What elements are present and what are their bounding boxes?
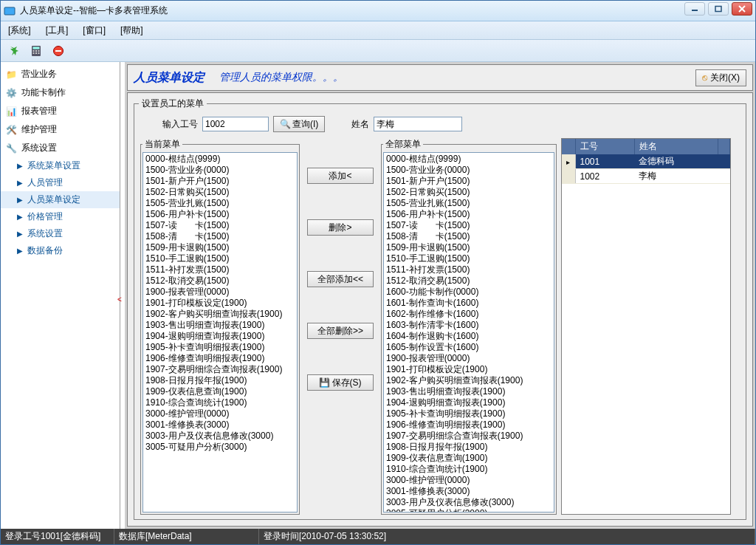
list-item[interactable]: 3001-维修换表(3000) — [385, 486, 553, 497]
list-item[interactable]: 3003-用户及仪表信息修改(3000) — [144, 431, 296, 442]
list-item[interactable]: 1904-退购明细查询报表(1900) — [385, 397, 553, 408]
list-item[interactable]: 3005-可疑用户分析(3000) — [385, 508, 553, 513]
list-item[interactable]: 1910-综合查询统计(1900) — [385, 464, 553, 475]
list-item[interactable]: 1500-营业业务(0000) — [144, 165, 296, 176]
list-item[interactable]: 3000-维护管理(0000) — [385, 475, 553, 486]
list-item[interactable]: 1910-综合查询统计(1900) — [144, 397, 296, 408]
all-menu-list[interactable]: 0000-根结点(9999)1500-营业业务(0000)1501-新户开户(1… — [383, 152, 554, 513]
nav-sub-staffmenu[interactable]: ▶人员菜单设定 — [1, 191, 120, 208]
list-item[interactable]: 1901-打印模板设定(1900) — [144, 298, 296, 309]
list-item[interactable]: 1507-读 卡(1500) — [385, 220, 553, 231]
list-item[interactable]: 1505-营业扎账(1500) — [385, 198, 553, 209]
remove-button[interactable]: 删除> — [307, 219, 374, 236]
remove-all-button[interactable]: 全部删除>> — [307, 323, 374, 339]
nav-sub-syscfg[interactable]: ▶系统设置 — [1, 225, 120, 242]
list-item[interactable]: 1512-取消交易(1500) — [144, 275, 296, 287]
list-item[interactable]: 1511-补打发票(1500) — [385, 264, 553, 275]
list-item[interactable]: 1600-功能卡制作(0000) — [385, 287, 553, 298]
list-item[interactable]: 1510-手工退购(1500) — [385, 253, 553, 264]
list-item[interactable]: 1506-用户补卡(1500) — [144, 209, 296, 220]
nav-sub-backup[interactable]: ▶数据备份 — [1, 242, 120, 259]
menu-system[interactable]: [系统] — [8, 24, 31, 37]
add-button[interactable]: 添加< — [307, 168, 374, 184]
list-item[interactable]: 1905-补卡查询明细报表(1900) — [144, 342, 296, 353]
list-item[interactable]: 1900-报表管理(0000) — [385, 353, 553, 364]
menu-tools[interactable]: [工具] — [46, 24, 69, 37]
menu-window[interactable]: [窗口] — [83, 24, 106, 37]
menu-help[interactable]: [帮助] — [120, 24, 143, 37]
list-item[interactable]: 1502-日常购买(1500) — [144, 187, 296, 198]
nav-sub-price[interactable]: ▶价格管理 — [1, 208, 120, 225]
list-item[interactable]: 1909-仪表信息查询(1900) — [385, 453, 553, 464]
list-item[interactable]: 3000-维护管理(0000) — [144, 408, 296, 419]
list-item[interactable]: 1511-补打发票(1500) — [144, 264, 296, 275]
list-item[interactable]: 1906-维修查询明细报表(1900) — [144, 353, 296, 364]
nav-sub-staff[interactable]: ▶人员管理 — [1, 174, 120, 191]
list-item[interactable]: 1506-用户补卡(1500) — [385, 209, 553, 220]
list-item[interactable]: 1501-新户开户(1500) — [385, 176, 553, 187]
list-item[interactable]: 1902-客户购买明细查询报表(1900) — [144, 309, 296, 320]
list-item[interactable]: 3001-维修换表(3000) — [144, 419, 296, 431]
close-page-button[interactable]: ⎋ 关闭(X) — [695, 69, 746, 86]
list-item[interactable]: 1601-制作查询卡(1600) — [385, 298, 553, 309]
list-item[interactable]: 1602-制作维修卡(1600) — [385, 309, 553, 320]
list-item[interactable]: 1505-营业扎账(1500) — [144, 198, 296, 209]
list-item[interactable]: 1500-营业业务(0000) — [385, 165, 553, 176]
nav-group-business[interactable]: 📁营业业务 — [1, 65, 120, 83]
svg-rect-6 — [33, 47, 40, 49]
list-item[interactable]: 1508-清 卡(1500) — [144, 231, 296, 242]
current-menu-list[interactable]: 0000-根结点(9999)1500-营业业务(0000)1501-新户开户(1… — [142, 152, 298, 513]
toolbar-calculator-icon[interactable] — [26, 42, 47, 60]
list-item[interactable]: 1604-制作退购卡(1600) — [385, 331, 553, 342]
toolbar-run-icon[interactable] — [4, 42, 24, 60]
list-item[interactable]: 1909-仪表信息查询(1900) — [144, 386, 296, 397]
query-button[interactable]: 🔍查询(I) — [273, 116, 325, 132]
list-item[interactable]: 1507-读 卡(1500) — [144, 220, 296, 231]
grid-scrollbar[interactable] — [718, 139, 730, 154]
employee-grid[interactable]: 工号 姓名 1001金德科码1002李梅 — [561, 138, 731, 515]
list-item[interactable]: 3005-可疑用户分析(3000) — [144, 442, 296, 453]
name-input[interactable] — [374, 117, 462, 131]
maximize-button[interactable] — [708, 2, 729, 16]
list-item[interactable]: 1901-打印模板设定(1900) — [385, 364, 553, 375]
table-row[interactable]: 1002李梅 — [562, 169, 730, 184]
list-item[interactable]: 1907-交易明细综合查询报表(1900) — [144, 364, 296, 375]
emp-id-input[interactable] — [202, 117, 269, 131]
list-item[interactable]: 1906-维修查询明细报表(1900) — [385, 419, 553, 431]
list-item[interactable]: 1904-退购明细查询报表(1900) — [144, 331, 296, 342]
list-item[interactable]: 1908-日报月报年报(1900) — [385, 442, 553, 453]
close-window-button[interactable] — [732, 2, 752, 16]
list-item[interactable]: 1501-新户开户(1500) — [144, 176, 296, 187]
list-item[interactable]: 1508-清 卡(1500) — [385, 231, 553, 242]
nav-group-maintain[interactable]: 🛠️维护管理 — [1, 120, 120, 139]
list-item[interactable]: 1603-制作清零卡(1600) — [385, 320, 553, 331]
list-item[interactable]: 3003-用户及仪表信息修改(3000) — [385, 497, 553, 508]
list-item[interactable]: 1510-手工退购(1500) — [144, 253, 296, 264]
list-item[interactable]: 1900-报表管理(0000) — [144, 287, 296, 298]
list-item[interactable]: 1902-客户购买明细查询报表(1900) — [385, 375, 553, 386]
list-item[interactable]: 1502-日常购买(1500) — [385, 187, 553, 198]
minimize-button[interactable] — [684, 2, 705, 16]
add-all-button[interactable]: 全部添加<< — [307, 271, 374, 287]
splitter[interactable] — [120, 62, 125, 529]
list-item[interactable]: 1509-用卡退购(1500) — [385, 242, 553, 253]
nav-sub-sysmenu[interactable]: ▶系统菜单设置 — [1, 157, 120, 174]
list-item[interactable]: 1907-交易明细综合查询报表(1900) — [385, 431, 553, 442]
list-item[interactable]: 0000-根结点(9999) — [385, 154, 553, 165]
list-item[interactable]: 1908-日报月报年报(1900) — [144, 375, 296, 386]
nav-group-report[interactable]: 📊报表管理 — [1, 102, 120, 120]
table-row[interactable]: 1001金德科码 — [562, 154, 730, 169]
toolbar-stop-icon[interactable] — [48, 42, 69, 60]
list-item[interactable]: 1512-取消交易(1500) — [385, 275, 553, 287]
list-item[interactable]: 1903-售出明细查询报表(1900) — [144, 320, 296, 331]
list-item[interactable]: 1903-售出明细查询报表(1900) — [385, 386, 553, 397]
list-item[interactable]: 0000-根结点(9999) — [144, 154, 296, 165]
nav-group-card[interactable]: ⚙️功能卡制作 — [1, 83, 120, 102]
save-button[interactable]: 💾保存(S) — [307, 374, 374, 391]
list-item[interactable]: 1605-制作设置卡(1600) — [385, 342, 553, 353]
list-item[interactable]: 1509-用卡退购(1500) — [144, 242, 296, 253]
col-emp-name[interactable]: 姓名 — [634, 139, 718, 154]
col-emp-id[interactable]: 工号 — [575, 139, 634, 154]
nav-group-system[interactable]: 🔧系统设置 — [1, 139, 120, 157]
list-item[interactable]: 1905-补卡查询明细报表(1900) — [385, 408, 553, 419]
